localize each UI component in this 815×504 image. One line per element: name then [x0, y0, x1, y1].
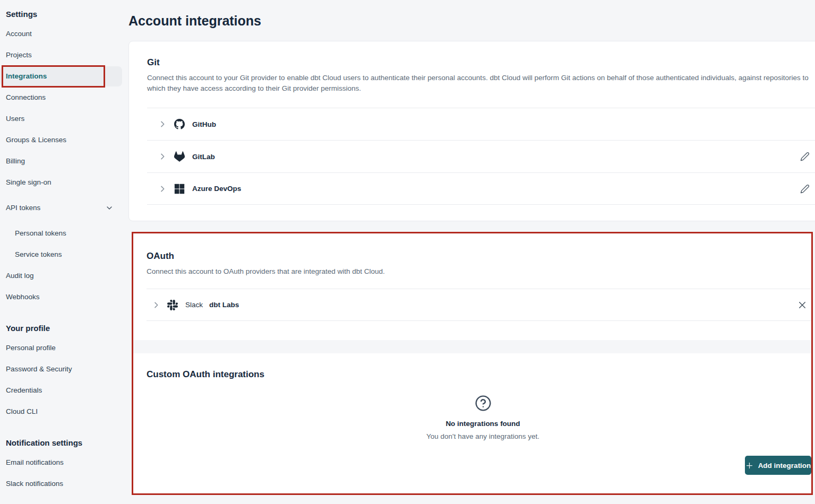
chevron-right-icon[interactable] [152, 301, 160, 309]
sidebar-item-api-tokens[interactable]: API tokens [0, 197, 122, 219]
sidebar-item-projects[interactable]: Projects [0, 45, 122, 66]
custom-oauth-integrations-card: Custom OAuth integrations No integration… [133, 353, 811, 493]
git-provider-list: GitHub GitLab Azure DevOps [147, 108, 815, 205]
git-provider-row-github[interactable]: GitHub [147, 108, 815, 140]
sidebar-item-personal-profile[interactable]: Personal profile [0, 337, 122, 359]
git-section-heading: Git [147, 57, 815, 68]
annotation-highlight-box-oauth: OAuth Connect this account to OAuth prov… [132, 232, 813, 495]
chevron-right-icon[interactable] [158, 120, 167, 128]
sidebar-item-label: Billing [6, 157, 25, 165]
page-title: Account integrations [128, 13, 261, 29]
sidebar-item-label: Slack notifications [6, 480, 63, 488]
sidebar-item-label: Account [6, 30, 32, 38]
sidebar-item-cloud-cli[interactable]: Cloud CLI [0, 401, 122, 422]
sidebar-item-label: Personal profile [6, 344, 56, 352]
oauth-provider-name: Slack [185, 301, 203, 309]
sidebar-item-label: Single sign-on [6, 178, 52, 186]
git-provider-row-gitlab[interactable]: GitLab [147, 140, 815, 172]
sidebar-item-users[interactable]: Users [0, 108, 122, 129]
git-provider-name: GitHub [192, 120, 216, 128]
sidebar-item-label: Webhooks [6, 293, 40, 301]
sidebar-item-groups-licenses[interactable]: Groups & Licenses [0, 129, 122, 151]
sidebar-item-label: Connections [6, 93, 46, 101]
oauth-card: OAuth Connect this account to OAuth prov… [133, 233, 811, 340]
gitlab-icon [174, 151, 185, 162]
git-integrations-card: Git Connect this account to your Git pro… [128, 41, 815, 221]
plus-icon [745, 462, 753, 470]
sidebar-heading-settings: Settings [0, 5, 122, 23]
pencil-icon[interactable] [800, 152, 810, 161]
sidebar-item-audit-log[interactable]: Audit log [0, 265, 122, 286]
git-provider-name: Azure DevOps [192, 185, 241, 193]
pencil-icon[interactable] [800, 184, 810, 194]
sidebar-item-label: Password & Security [6, 365, 72, 373]
sidebar-item-label: Credentials [6, 386, 42, 394]
sidebar-item-label: Cloud CLI [6, 407, 38, 415]
slack-icon [167, 300, 178, 310]
custom-oauth-section-heading: Custom OAuth integrations [147, 369, 811, 380]
sidebar-item-label: API tokens [6, 204, 40, 212]
sidebar-item-label: Users [6, 115, 24, 123]
github-icon [174, 119, 185, 129]
sidebar-heading-your-profile: Your profile [0, 319, 122, 337]
oauth-provider-row-slack[interactable]: Slack dbt Labs [147, 289, 811, 321]
sidebar-item-label: Email notifications [6, 458, 64, 466]
sidebar-item-integrations[interactable]: Integrations [0, 66, 122, 87]
sidebar-item-label: Personal tokens [15, 229, 66, 237]
empty-state-message: You don't have any integrations yet. [155, 432, 811, 440]
settings-sidebar: Settings Account Projects Integrations C… [0, 0, 122, 504]
git-section-description: Connect this account to your Git provide… [147, 73, 815, 94]
sidebar-item-webhooks[interactable]: Webhooks [0, 286, 122, 308]
sidebar-item-connections[interactable]: Connections [0, 87, 122, 108]
sidebar-item-billing[interactable]: Billing [0, 151, 122, 172]
chevron-right-icon[interactable] [158, 185, 167, 193]
sidebar-item-label: Audit log [6, 272, 34, 280]
oauth-section-heading: OAuth [147, 251, 811, 262]
sidebar-item-account[interactable]: Account [0, 23, 122, 45]
sidebar-item-credentials[interactable]: Credentials [0, 380, 122, 401]
empty-state: No integrations found You don't have any… [133, 395, 811, 440]
account-integrations-page: { "sidebar": { "settings_heading": "Sett… [0, 0, 815, 504]
git-provider-row-azure-devops[interactable]: Azure DevOps [147, 172, 815, 205]
azure-devops-icon [174, 184, 185, 194]
chevron-down-icon[interactable] [105, 204, 114, 212]
git-provider-name: GitLab [192, 153, 215, 161]
sidebar-item-service-tokens[interactable]: Service tokens [0, 244, 122, 265]
add-integration-button[interactable]: Add integration [745, 456, 811, 475]
sidebar-item-password-security[interactable]: Password & Security [0, 359, 122, 380]
sidebar-heading-notification-settings: Notification settings [0, 434, 122, 452]
sidebar-item-label: Integrations [6, 72, 47, 80]
add-integration-button-label: Add integration [758, 462, 811, 470]
oauth-account-name: dbt Labs [209, 301, 239, 309]
card-gap [133, 340, 811, 353]
sidebar-item-single-sign-on[interactable]: Single sign-on [0, 172, 122, 193]
sidebar-item-label: Service tokens [15, 250, 62, 258]
oauth-section-description: Connect this account to OAuth providers … [147, 266, 811, 277]
sidebar-item-label: Groups & Licenses [6, 136, 66, 144]
sidebar-item-label: Projects [6, 51, 32, 59]
sidebar-item-email-notifications[interactable]: Email notifications [0, 452, 122, 473]
sidebar-item-personal-tokens[interactable]: Personal tokens [0, 223, 122, 244]
empty-state-title: No integrations found [155, 420, 811, 428]
x-icon[interactable] [797, 300, 807, 310]
sidebar-item-slack-notifications[interactable]: Slack notifications [0, 473, 122, 494]
question-circle-icon [475, 395, 492, 412]
chevron-right-icon[interactable] [158, 152, 167, 161]
